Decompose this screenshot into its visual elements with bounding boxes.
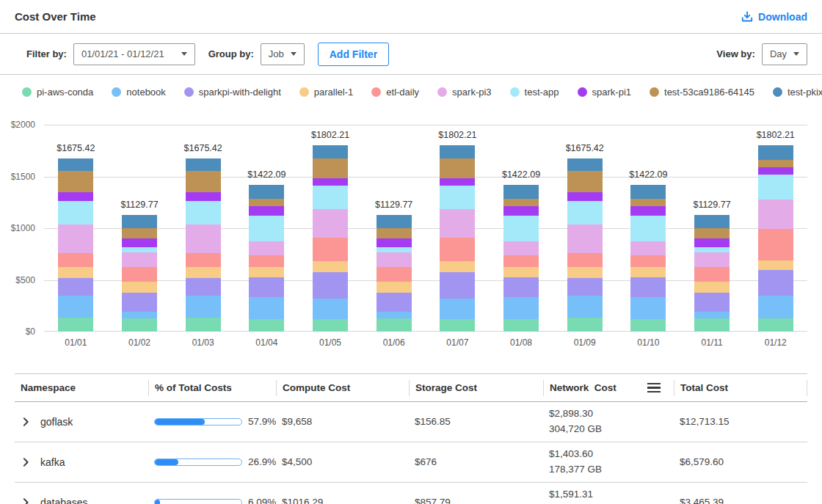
x-axis-labels: 01/0101/0201/0301/0401/0501/0601/0701/08…: [44, 337, 807, 348]
bar-segment-spark-pi3: [249, 241, 284, 255]
bar-segment-spark-pi1: [249, 206, 284, 216]
bar-segment-parallel-1: [122, 282, 157, 293]
bar-segment-parallel-1: [313, 261, 348, 272]
legend-item-label: pi-aws-conda: [37, 87, 93, 98]
bar-segment-test-app: [249, 216, 284, 241]
bar-segment-spark-pi3: [758, 200, 793, 229]
bar-segment-notebook: [313, 299, 348, 319]
bar-segment-sparkpi-with-delight: [313, 272, 348, 299]
bar-segment-test-pkix: [58, 158, 93, 171]
bar-segment-spark-pi1: [630, 206, 666, 216]
bar-segment-parallel-1: [694, 282, 730, 293]
total-cost-cell: $3,465.39: [674, 497, 807, 504]
bar-segment-notebook: [122, 312, 157, 318]
network-cost-value: $1,403.60: [549, 447, 668, 462]
column-header-storage-cost: Storage Cost: [409, 380, 543, 396]
chevron-right-icon[interactable]: [21, 457, 31, 467]
bar-total-label: $1129.77: [362, 200, 426, 210]
x-tick-label: 01/03: [171, 337, 235, 348]
compute-cost-cell: $9,658: [276, 416, 409, 427]
date-range-select[interactable]: 01/01/21 - 01/12/21: [73, 43, 195, 65]
y-tick-label: $500: [0, 275, 35, 285]
legend-dot-icon: [371, 87, 381, 97]
bar-segment-spark-pi3: [313, 209, 348, 238]
bar-segment-test-53ca9186-64145: [630, 199, 666, 206]
bar-segment-etl-daily: [122, 267, 157, 282]
bar-segment-spark-pi1: [186, 192, 221, 200]
cost-over-time-page: Cost Over Time Download Filter by: 01/01…: [0, 0, 822, 504]
legend-item-pi-aws-conda[interactable]: pi-aws-conda: [22, 87, 93, 98]
bar-total-label: $1422.09: [616, 169, 680, 180]
y-tick-label: $2000: [0, 120, 35, 130]
bar-segment-test-pkix: [186, 158, 221, 171]
bar-segment-parallel-1: [377, 282, 412, 293]
chevron-right-icon[interactable]: [21, 497, 31, 504]
bar-total-label: $1129.77: [680, 200, 744, 210]
table-header-row: Namespace% of Total CostsCompute CostSto…: [15, 374, 807, 402]
view-by-select[interactable]: Day: [762, 43, 807, 65]
table-row-goflask: goflask57.9%$9,658$156.85$2,898.30304,72…: [15, 402, 807, 442]
download-icon: [741, 11, 753, 23]
column-header-label: Storage Cost: [415, 382, 477, 393]
legend-item-sparkpi-with-delight[interactable]: sparkpi-with-delight: [184, 87, 281, 98]
table-body: goflask57.9%$9,658$156.85$2,898.30304,72…: [15, 402, 807, 504]
legend-item-test-app[interactable]: test-app: [510, 87, 559, 98]
table-row-databases: databases6.09%$1016.29$857.79$1,591.3110…: [15, 483, 807, 504]
bar-segment-notebook: [503, 297, 539, 319]
legend-item-label: sparkpi-with-delight: [199, 87, 281, 98]
legend-dot-icon: [650, 87, 659, 97]
bar-segment-sparkpi-with-delight: [567, 278, 603, 296]
bar-slot-01/01: $1675.42: [44, 125, 108, 332]
bar-segment-test-53ca9186-64145: [377, 228, 412, 238]
group-by-select[interactable]: Job: [261, 43, 305, 65]
bar-segment-etl-daily: [440, 238, 475, 261]
legend-item-test-53ca9186-64145[interactable]: test-53ca9186-64145: [650, 87, 754, 98]
add-filter-button[interactable]: Add Filter: [318, 43, 389, 66]
bar-segment-test-app: [630, 216, 666, 241]
bar-segment-spark-pi1: [377, 238, 412, 247]
x-tick-label: 01/12: [743, 337, 807, 348]
column-header-%-of-total-costs: % of Total Costs: [148, 380, 276, 396]
chevron-down-icon: [793, 52, 799, 56]
legend-dot-icon: [22, 87, 32, 97]
legend-item-spark-pi3[interactable]: spark-pi3: [437, 87, 491, 98]
y-tick-label: $0: [0, 326, 35, 337]
bar-stack: [630, 185, 666, 332]
bar-segment-notebook: [758, 296, 793, 318]
bar-segment-parallel-1: [503, 267, 539, 277]
legend-item-notebook[interactable]: notebook: [112, 87, 166, 98]
storage-cost-cell: $156.85: [409, 416, 543, 427]
bar-segment-notebook: [694, 312, 730, 318]
group-by-value: Job: [269, 48, 284, 59]
bar-stack: [694, 215, 730, 332]
bar-segment-sparkpi-with-delight: [758, 270, 793, 296]
legend-dot-icon: [578, 87, 587, 97]
bar-segment-spark-pi3: [440, 209, 475, 238]
bar-slot-01/11: $1129.77: [680, 125, 744, 332]
download-button[interactable]: Download: [741, 11, 807, 23]
network-gb-value: 178,377 GB: [549, 462, 668, 478]
bar-segment-pi-aws-conda: [758, 318, 793, 332]
menu-icon[interactable]: [647, 383, 661, 393]
legend-item-parallel-1[interactable]: parallel-1: [299, 87, 353, 98]
bar-segment-pi-aws-conda: [58, 318, 93, 332]
legend-dot-icon: [299, 87, 309, 97]
bar-segment-test-53ca9186-64145: [503, 199, 539, 206]
chevron-right-icon[interactable]: [21, 417, 31, 427]
bar-segment-notebook: [249, 297, 284, 319]
bar-segment-spark-pi1: [758, 167, 793, 175]
bar-segment-sparkpi-with-delight: [186, 278, 221, 296]
legend-item-label: test-pkix: [788, 87, 822, 98]
bar-segment-test-app: [694, 247, 730, 252]
legend-item-spark-pi1[interactable]: spark-pi1: [578, 87, 631, 98]
legend-item-test-pkix[interactable]: test-pkix: [773, 87, 822, 98]
column-header-label: Total Cost: [680, 382, 728, 393]
y-tick-label: $1000: [0, 223, 35, 233]
x-tick-label: 01/09: [553, 337, 616, 348]
bar-segment-spark-pi3: [503, 241, 539, 255]
legend-item-etl-daily[interactable]: etl-daily: [371, 87, 419, 98]
bar-segment-spark-pi1: [440, 178, 475, 186]
bar-slot-01/06: $1129.77: [362, 125, 426, 332]
download-label: Download: [758, 11, 807, 23]
x-tick-label: 01/01: [44, 337, 108, 348]
